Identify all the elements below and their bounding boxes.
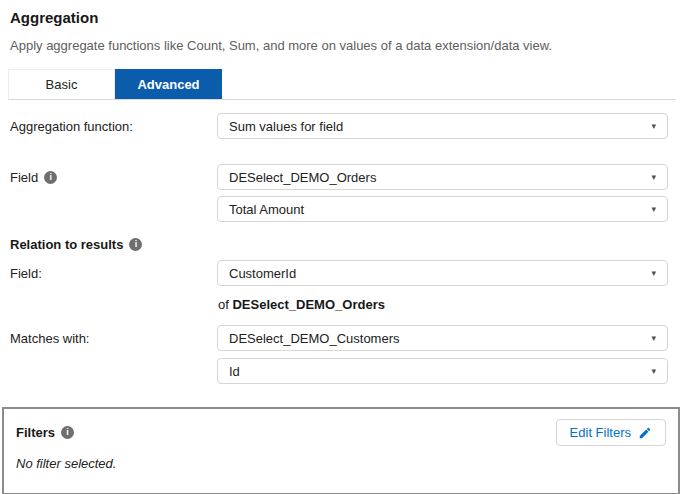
aggregation-function-value: Sum values for field — [229, 119, 343, 134]
relation-of-text: of DESelect_DEMO_Orders — [217, 297, 668, 312]
tab-advanced-label: Advanced — [137, 77, 199, 92]
filters-section: Filters i Edit Filters No filter selecte… — [2, 407, 680, 494]
field-column-row: Total Amount ▾ — [10, 196, 668, 222]
relation-field-value: CustomerId — [229, 266, 296, 281]
matches-field-select[interactable]: Id ▾ — [217, 358, 668, 384]
chevron-down-icon: ▾ — [651, 269, 656, 278]
aggregation-function-row: Aggregation function: Sum values for fie… — [10, 113, 668, 139]
field-de-select[interactable]: DESelect_DEMO_Orders ▾ — [217, 164, 668, 190]
field-column-value: Total Amount — [229, 202, 304, 217]
matches-field-row: Id ▾ — [10, 358, 668, 384]
page-subtitle: Apply aggregate functions like Count, Su… — [10, 38, 668, 54]
matches-de-select[interactable]: DESelect_DEMO_Customers ▾ — [217, 325, 668, 351]
tabs-container: Basic Advanced — [8, 69, 676, 100]
info-icon[interactable]: i — [44, 171, 57, 184]
matches-field-value: Id — [229, 364, 240, 379]
chevron-down-icon: ▾ — [651, 173, 656, 182]
filters-title: Filters — [16, 425, 55, 440]
filters-empty-text: No filter selected. — [16, 456, 666, 471]
tab-advanced[interactable]: Advanced — [115, 69, 222, 99]
chevron-down-icon: ▾ — [651, 205, 656, 214]
aggregation-form: Aggregation function: Sum values for fie… — [10, 113, 668, 384]
page-title: Aggregation — [10, 9, 668, 27]
edit-filters-button[interactable]: Edit Filters — [556, 419, 666, 446]
relation-field-row: Field: CustomerId ▾ — [10, 260, 668, 286]
field-de-value: DESelect_DEMO_Orders — [229, 170, 376, 185]
edit-pencil-icon — [638, 426, 652, 440]
tab-basic[interactable]: Basic — [8, 69, 115, 99]
field-label-wrap: Field i — [10, 170, 217, 185]
matches-de-value: DESelect_DEMO_Customers — [229, 331, 400, 346]
relation-field-select[interactable]: CustomerId ▾ — [217, 260, 668, 286]
info-icon[interactable]: i — [129, 238, 142, 251]
matches-with-label: Matches with: — [10, 331, 217, 346]
aggregation-function-label: Aggregation function: — [10, 119, 217, 134]
relation-header-label: Relation to results — [10, 237, 123, 252]
chevron-down-icon: ▾ — [651, 334, 656, 343]
filters-header: Filters i Edit Filters — [16, 419, 666, 446]
tab-basic-label: Basic — [46, 77, 78, 92]
field-row: Field i DESelect_DEMO_Orders ▾ — [10, 164, 668, 190]
info-icon[interactable]: i — [61, 426, 74, 439]
edit-filters-label: Edit Filters — [570, 425, 631, 440]
relation-of-prefix: of — [218, 297, 232, 312]
field-label: Field — [10, 170, 38, 185]
aggregation-function-select[interactable]: Sum values for field ▾ — [217, 113, 668, 139]
field-column-select[interactable]: Total Amount ▾ — [217, 196, 668, 222]
filters-title-wrap: Filters i — [16, 425, 74, 440]
relation-of-row: of DESelect_DEMO_Orders — [10, 297, 668, 312]
relation-to-results-header: Relation to results i — [10, 236, 668, 252]
matches-with-row: Matches with: DESelect_DEMO_Customers ▾ — [10, 325, 668, 351]
chevron-down-icon: ▾ — [651, 122, 656, 131]
tabs: Basic Advanced — [8, 69, 676, 99]
chevron-down-icon: ▾ — [651, 367, 656, 376]
page-header: Aggregation Apply aggregate functions li… — [0, 0, 682, 54]
relation-of-value: DESelect_DEMO_Orders — [232, 297, 384, 312]
relation-field-label: Field: — [10, 266, 217, 281]
